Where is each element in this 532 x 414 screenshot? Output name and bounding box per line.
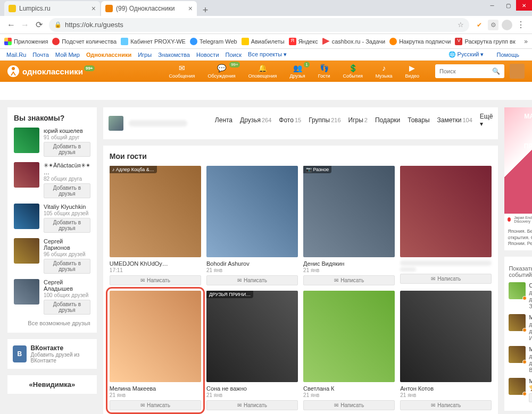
apps-button[interactable]: Приложения (4, 38, 48, 45)
profile-tab[interactable]: Группы216 (309, 116, 340, 124)
ad-banner[interactable]: 6+ МАГИЧЕСКАЯ ПОРА, КОТОРАЯ МОЖЕТ ПРОДЛИ… (504, 107, 532, 250)
bookmark-item[interactable]: Авиабилеты (242, 38, 285, 45)
bookmark-item[interactable]: Подсчет количества (52, 38, 117, 45)
window-maximize[interactable]: ▢ (500, 0, 516, 11)
search-input[interactable] (439, 68, 492, 74)
suggestion-avatar[interactable] (14, 128, 39, 153)
add-friend-button[interactable]: Добавить в друзья (44, 142, 90, 157)
profile-tab[interactable]: Товары (408, 116, 429, 124)
write-message-button[interactable]: ✉Написать (206, 400, 298, 410)
guest-status-badge[interactable]: ДРУЗЬЯ ПРИНИ… (206, 291, 253, 298)
guest-status-badge[interactable]: 📷 Разное (303, 166, 331, 173)
profile-tab[interactable]: Подарки (375, 116, 400, 124)
window-minimize[interactable]: ─ (484, 0, 500, 11)
suggestion-name[interactable]: Сергей Ларионов (44, 238, 90, 251)
suggestion-avatar[interactable] (14, 238, 39, 264)
profile-avatar-icon[interactable] (502, 20, 512, 30)
bookmark-item[interactable]: cashbox.ru - Задачи (322, 38, 386, 45)
write-message-button[interactable]: ✉Написать (303, 275, 395, 285)
event-user-name[interactable]: Мария Бара… (529, 378, 532, 384)
event-avatar[interactable] (509, 314, 526, 331)
browser-tab[interactable]: (99) Одноклассники × (101, 1, 197, 16)
mailru-link[interactable]: Одноклассники (86, 52, 131, 58)
events-header[interactable]: Показать 5 новых событий (509, 261, 532, 282)
mailru-link[interactable]: Все проекты ▾ (248, 51, 287, 58)
guest-photo[interactable]: ♪ Адлер Коцба &… (110, 166, 201, 257)
ok-logo[interactable]: одноклассники 99+ (7, 65, 95, 77)
mailru-link[interactable]: Игры (138, 52, 152, 58)
language-selector[interactable]: 🌐 Русский ▾ (448, 51, 484, 58)
guest-name[interactable]: Сона не важно (206, 385, 298, 392)
event-item[interactable]: Мария Бара…добавила в друзья АМИРА ИЛЁСА (509, 314, 532, 342)
ok-nav-Видео[interactable]: ▶Видео (405, 64, 419, 79)
vk-import-block[interactable]: B ВКонтакте Добавить друзей из ВКонтакте (7, 339, 97, 369)
user-avatar[interactable] (510, 64, 525, 79)
profile-avatar[interactable] (109, 116, 123, 131)
add-friend-button[interactable]: Добавить в друзья (44, 218, 90, 233)
event-user-name[interactable]: Мария Бара… (529, 315, 532, 320)
ok-nav-Оповещения[interactable]: 🔔Оповещения (248, 64, 277, 79)
event-user-name[interactable]: Мария Бара… (529, 347, 532, 352)
extension-icon[interactable]: ⚙ (488, 20, 498, 30)
event-item[interactable]: Мария Бара…добавила в друзья Андрея Воро… (509, 346, 532, 374)
guest-name[interactable]: UMEDJON KhUdOy… (110, 260, 201, 267)
bookmark-item[interactable]: Кабинет PROXY-WE (121, 38, 186, 45)
guest-photo[interactable] (206, 166, 298, 257)
guest-name[interactable]: Мелина Макеева (110, 385, 201, 392)
write-message-button[interactable]: ✉Написать (206, 275, 298, 285)
window-close[interactable]: ✕ (516, 0, 532, 11)
profile-tab[interactable]: Игры2 (348, 116, 368, 124)
search-icon[interactable]: 🔍 (492, 67, 500, 75)
event-avatar[interactable] (509, 346, 526, 363)
suggestion-name[interactable]: юрий кошелев (44, 128, 90, 134)
browser-tab[interactable]: Lumpics.ru × (4, 1, 100, 16)
add-friend-button[interactable]: Добавить в друзья (44, 300, 90, 315)
ok-nav-События[interactable]: 💲События (343, 64, 363, 79)
event-avatar[interactable] (509, 282, 526, 299)
url-input[interactable]: 🔒 https://ok.ru/guests ☆ (49, 18, 469, 32)
profile-tab[interactable]: Лента (215, 116, 232, 124)
close-icon[interactable]: × (92, 4, 96, 13)
menu-button[interactable]: ⋮ (514, 18, 528, 32)
suggestion-name[interactable]: Сергей Аладышев (44, 279, 90, 292)
guest-name[interactable]: Антон Котов (400, 385, 492, 392)
profile-tab[interactable]: Заметки104 (437, 116, 472, 124)
invisible-mode-block[interactable]: «Невидимка» (7, 375, 97, 394)
mailru-link[interactable]: Мой Мир (55, 52, 80, 58)
guest-photo[interactable] (110, 291, 201, 382)
forward-button[interactable]: → (18, 18, 32, 32)
mailru-link[interactable]: Новости (196, 52, 219, 58)
profile-tab[interactable]: Фото15 (279, 116, 301, 124)
mailru-link[interactable]: Mail.Ru (6, 52, 26, 58)
guest-name[interactable]: Денис Видякин (303, 260, 395, 267)
bookmark-item[interactable]: VРаскрутка групп вк (455, 38, 515, 45)
back-button[interactable]: ← (4, 18, 18, 32)
bookmark-item[interactable]: ЯЯндекс (289, 38, 318, 45)
new-tab-button[interactable]: + (198, 5, 213, 16)
bookmarks-overflow[interactable]: » (524, 38, 528, 45)
bookmark-item[interactable]: Telegram Web (190, 38, 237, 45)
guest-name[interactable]: Bohodir Ashurov (206, 260, 298, 267)
ok-nav-Музыка[interactable]: ♪Музыка (376, 64, 393, 79)
write-message-button[interactable]: ✉Написать (303, 400, 395, 410)
add-friend-button[interactable]: Добавить в друзья (44, 183, 90, 198)
event-user-name[interactable]: Светлана К (529, 283, 532, 289)
suggestion-avatar[interactable] (14, 162, 39, 188)
mailru-link[interactable]: Поиск (226, 52, 242, 58)
add-friend-button[interactable]: Добавить в друзья (44, 259, 90, 274)
write-message-button[interactable]: ✉Написать (400, 274, 492, 284)
search-box[interactable]: 🔍 (435, 64, 504, 78)
suggestion-avatar[interactable] (14, 279, 39, 305)
profile-tab[interactable]: Друзья264 (240, 116, 271, 124)
guest-photo[interactable]: ДРУЗЬЯ ПРИНИ… (206, 291, 298, 382)
guest-photo[interactable] (303, 291, 395, 382)
suggestion-avatar[interactable] (14, 204, 39, 229)
star-icon[interactable]: ☆ (458, 21, 464, 29)
guest-status-badge[interactable]: ♪ Адлер Коцба &… (110, 166, 157, 173)
ok-nav-Сообщения[interactable]: ✉Сообщения (169, 64, 195, 79)
more-dropdown[interactable]: Ещё ▾ (480, 113, 493, 128)
help-link[interactable]: Помощь (497, 52, 520, 58)
reload-button[interactable]: ⟳ (32, 18, 46, 32)
extension-icon[interactable]: ✔ (474, 20, 485, 30)
close-icon[interactable]: × (188, 4, 193, 13)
